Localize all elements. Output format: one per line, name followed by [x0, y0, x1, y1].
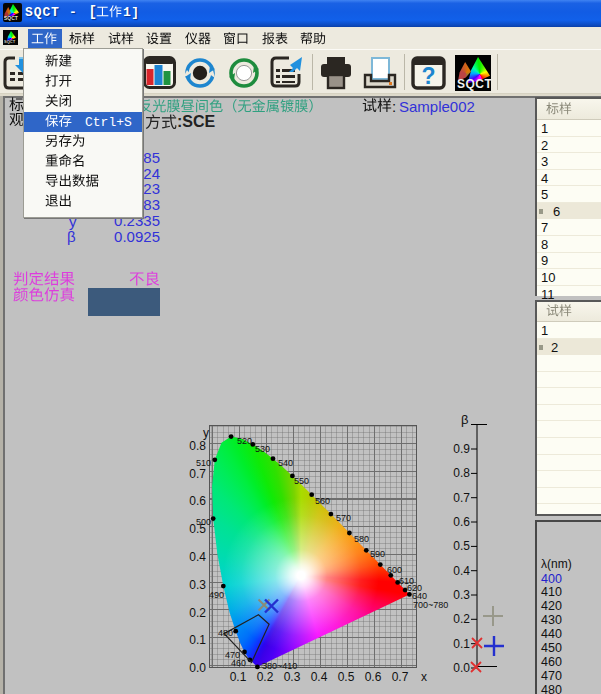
svg-text:?: ? [421, 63, 435, 89]
